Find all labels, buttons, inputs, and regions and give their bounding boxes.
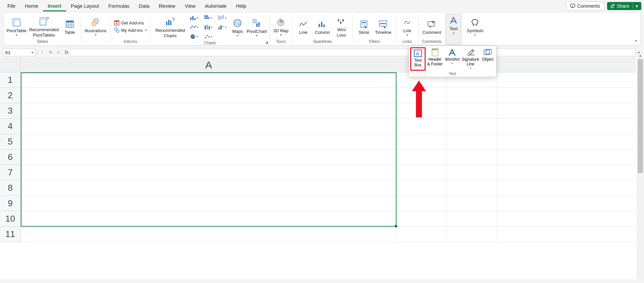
vertical-scrollbar[interactable]: ▲ — [637, 58, 644, 279]
row-header[interactable]: 8 — [0, 180, 21, 196]
link-button[interactable]: Link ▾ — [399, 16, 415, 37]
tab-data[interactable]: Data — [134, 1, 154, 11]
formula-input[interactable] — [70, 48, 636, 56]
row-header[interactable]: 9 — [0, 196, 21, 211]
column-chart-button[interactable]: ▾ — [188, 14, 200, 22]
svg-rect-33 — [205, 25, 206, 30]
wordart-button[interactable]: WordArt ▾ — [444, 47, 460, 71]
chevron-down-icon: ▾ — [407, 33, 408, 37]
column-header-a[interactable]: A — [21, 59, 396, 71]
tab-insert[interactable]: Insert — [43, 1, 66, 11]
my-addins-button[interactable]: My Add-ins ▾ — [114, 27, 147, 33]
line-chart-button[interactable]: ▾ — [188, 23, 200, 31]
group-tours: 3D Map ▾ Tours — [270, 12, 292, 45]
slicer-button[interactable]: Slicer — [356, 18, 372, 35]
table-button[interactable]: Table — [62, 18, 77, 35]
maps-label: Maps — [232, 29, 243, 34]
spreadsheet-grid[interactable]: A 1 2 3 4 5 6 7 8 9 10 11 ▲ — [0, 58, 644, 279]
object-button[interactable]: Object — [481, 47, 495, 71]
comments-label: Comments — [577, 3, 600, 9]
ribbon-collapse-button[interactable]: ▾ — [635, 39, 637, 43]
name-box[interactable]: A1 ▾ — [3, 48, 36, 56]
scroll-up-arrow[interactable]: ▲ — [637, 54, 644, 57]
chevron-down-icon: ▾ — [451, 62, 453, 65]
tab-automate[interactable]: Automate — [200, 1, 231, 11]
row-header[interactable]: 2 — [0, 88, 21, 103]
timeline-button[interactable]: Timeline — [374, 18, 392, 35]
svg-rect-34 — [207, 25, 208, 30]
tab-page-layout[interactable]: Page Layout — [66, 1, 104, 11]
sparkline-column-label: Column — [315, 30, 330, 35]
tab-review[interactable]: Review — [154, 1, 180, 11]
insert-comment-button[interactable]: Comment — [422, 18, 441, 35]
text-dropdown-button[interactable]: Text ▾ — [446, 14, 461, 45]
stock-chart-button[interactable]: ▾ — [216, 14, 228, 22]
recommended-charts-button[interactable]: ? Recommended Charts — [154, 16, 186, 38]
3d-map-button[interactable]: 3D Map ▾ — [273, 16, 288, 37]
svg-rect-37 — [220, 26, 222, 30]
header-footer-button[interactable]: Header & Footer — [427, 47, 443, 71]
group-text: Text ▾ — [445, 12, 462, 45]
chevron-down-icon: ▾ — [237, 34, 238, 38]
text-box-label: Text Box — [414, 58, 422, 68]
chevron-down-icon: ▾ — [470, 67, 471, 70]
row-header[interactable]: 5 — [0, 134, 21, 150]
header-footer-label: Header & Footer — [427, 57, 443, 67]
charts-launcher-icon[interactable]: ◢ — [265, 40, 268, 44]
svg-rect-59 — [380, 23, 386, 24]
pivotchart-button[interactable]: PivotChart ▾ — [247, 17, 266, 38]
svg-point-14 — [92, 21, 96, 26]
tab-home[interactable]: Home — [20, 1, 43, 11]
tab-formulas[interactable]: Formulas — [104, 1, 134, 11]
svg-text:?: ? — [172, 18, 175, 22]
tab-file[interactable]: File — [3, 1, 20, 11]
enter-icon[interactable]: ✓ — [55, 50, 63, 55]
bar-chart-button[interactable]: ▾ — [202, 14, 214, 22]
comments-button[interactable]: Comments — [566, 2, 604, 10]
maps-button[interactable]: Maps ▾ — [230, 17, 245, 38]
scatter-chart-button[interactable]: ▾ — [202, 33, 214, 41]
illustrations-button[interactable]: Illustrations ▾ — [85, 16, 107, 37]
group-label-tables: Tables — [37, 39, 48, 45]
share-button[interactable]: Share ▾ — [607, 2, 641, 10]
symbols-button[interactable]: Symbols ▾ — [466, 16, 484, 37]
sparkline-winloss-button[interactable]: Win/ Loss — [334, 15, 349, 38]
text-box-button[interactable]: A Text Box — [410, 47, 426, 71]
text-dropdown-panel: A Text Box Header & Footer WordArt ▾ Sig… — [409, 46, 496, 77]
combo-chart-button[interactable]: ▾ — [216, 23, 228, 31]
column-headers[interactable]: A — [21, 58, 636, 72]
link-icon — [403, 17, 412, 27]
row-header[interactable]: 10 — [0, 211, 21, 227]
fx-icon[interactable]: fx — [63, 50, 70, 55]
sparkline-line-button[interactable]: Line — [296, 18, 311, 35]
row-header[interactable]: 3 — [0, 103, 21, 119]
signature-line-button[interactable]: Signature Line ▾ — [462, 47, 479, 71]
pivottable-button[interactable]: PivotTable ▾ — [7, 16, 26, 37]
tab-help[interactable]: Help — [231, 1, 251, 11]
svg-rect-22 — [168, 20, 169, 25]
recommended-pivottables-button[interactable]: ? Recommended PivotTables — [28, 15, 60, 38]
sparkline-column-button[interactable]: Column — [313, 18, 332, 35]
cells[interactable] — [21, 72, 636, 242]
tab-view[interactable]: View — [180, 1, 200, 11]
row-header[interactable]: 7 — [0, 165, 21, 180]
select-all-corner[interactable] — [0, 58, 21, 72]
text-icon — [449, 15, 458, 25]
row-header[interactable]: 11 — [0, 227, 21, 242]
area-chart-button[interactable]: ▾ — [202, 23, 214, 31]
pie-chart-button[interactable]: ▾ — [188, 33, 200, 41]
row-header[interactable]: 4 — [0, 119, 21, 134]
group-tables: PivotTable ▾ ? Recommended PivotTables T… — [4, 12, 81, 45]
scroll-thumb[interactable] — [638, 59, 643, 173]
row-header[interactable]: 6 — [0, 150, 21, 165]
svg-point-41 — [208, 36, 210, 38]
text-box-icon: A — [414, 49, 422, 58]
svg-rect-3 — [13, 19, 15, 26]
cancel-icon[interactable]: ✕ — [47, 50, 55, 55]
get-addins-button[interactable]: Get Add-ins — [114, 20, 147, 26]
svg-rect-28 — [204, 15, 208, 17]
wordart-label: WordArt — [445, 57, 460, 62]
row-header[interactable]: 1 — [0, 72, 21, 88]
pivotchart-icon — [252, 18, 261, 28]
svg-rect-5 — [40, 18, 46, 20]
